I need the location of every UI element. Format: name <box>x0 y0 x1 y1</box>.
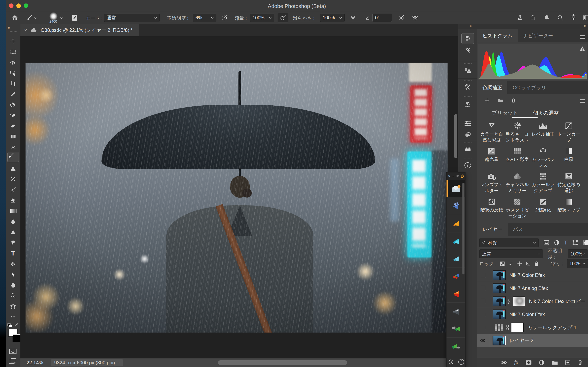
adjustment-photo-filter[interactable]: レンズフィ ルター <box>479 170 504 194</box>
dock-grip[interactable] <box>464 31 472 31</box>
tab-paths[interactable]: パス <box>508 223 528 236</box>
airbrush-toggle-icon[interactable] <box>278 13 288 22</box>
mode-select[interactable]: 通常 <box>104 14 160 22</box>
layer-row[interactable]: カラールックアップ 1 <box>477 321 588 334</box>
mask-link-icon[interactable] <box>506 324 509 331</box>
subtab-presets[interactable]: プリセット <box>492 109 518 116</box>
adjustment-color-balance[interactable]: カラーバラ ンス <box>530 145 556 169</box>
layer-thumbnail[interactable] <box>493 296 506 306</box>
color-lookup-layer-icon[interactable] <box>494 323 504 332</box>
adjustment-channel-mixer[interactable]: チャンネル ミキサー <box>504 170 530 194</box>
home-icon[interactable] <box>11 14 18 21</box>
patch-tool[interactable] <box>9 122 17 131</box>
nik-close-icon[interactable]: × <box>448 174 450 178</box>
filter-type-layers-icon[interactable]: T <box>564 240 568 246</box>
notifications-bell-icon[interactable] <box>544 15 550 21</box>
toggle-brush-settings-icon[interactable] <box>71 14 78 21</box>
layer-name[interactable]: Nik 7 Analog Efex <box>509 285 548 291</box>
brush-preset-picker[interactable] <box>49 12 58 20</box>
nik-help-icon[interactable]: ? <box>458 359 464 365</box>
visibility-toggle[interactable] <box>477 308 489 321</box>
subtab-individual[interactable]: 個々の調整 <box>533 109 559 116</box>
sharpen-tool[interactable] <box>9 227 17 236</box>
brush-tool-icon[interactable] <box>26 15 33 21</box>
visibility-toggle[interactable] <box>477 334 489 347</box>
remove-tool[interactable] <box>9 100 17 109</box>
nik-item-sharpener-raw[interactable] <box>447 320 465 338</box>
adjustment-black-white[interactable]: 白黒 <box>556 145 582 169</box>
clone-source-panel-icon[interactable] <box>458 66 477 75</box>
edit-toolbar-ellipsis-icon[interactable] <box>9 312 17 321</box>
opacity-input[interactable]: 6% <box>193 14 216 22</box>
adjustment-selective-color[interactable]: 特定色域の 選択 <box>556 170 582 194</box>
layer-row-selected[interactable]: レイヤー 2 <box>477 334 588 347</box>
lock-all-icon[interactable] <box>534 261 539 266</box>
lock-position-icon[interactable] <box>517 261 522 266</box>
filter-shape-layers-icon[interactable] <box>572 240 578 245</box>
lock-transparency-icon[interactable] <box>500 261 505 266</box>
expand-panels-icon[interactable]: » <box>584 24 586 28</box>
channels-panel-icon[interactable] <box>458 129 477 140</box>
layer-row[interactable]: Nik 7 Analog Efex <box>477 282 588 295</box>
adjustment-color-lookup[interactable]: カラールッ クアップ <box>530 170 556 194</box>
layer-effects-fx-icon[interactable]: fx <box>514 359 518 366</box>
close-document-icon[interactable]: × <box>24 27 27 33</box>
nik-item-sharpener-output[interactable] <box>447 338 465 355</box>
document-tab[interactable]: × G88.psdc @ 22.1% (レイヤー 2, RGB/8) * <box>20 24 139 36</box>
flow-input[interactable]: 100% <box>250 14 274 22</box>
pen-tool[interactable] <box>9 259 17 268</box>
adjustment-vibrance[interactable]: カラーと自 然な彩度 <box>479 119 504 143</box>
collapse-dock-icon[interactable]: « <box>470 24 472 28</box>
tab-histogram[interactable]: ヒストグラム <box>477 29 518 42</box>
nik-settings-grid-icon[interactable] <box>457 175 459 178</box>
blur-tool[interactable] <box>9 217 17 226</box>
canvas-horizontal-scrollbar[interactable] <box>218 360 347 365</box>
workspace-switcher-icon[interactable] <box>583 15 588 21</box>
history-brush-tool[interactable] <box>9 175 17 184</box>
info-panel-icon[interactable] <box>458 160 477 170</box>
content-aware-move-tool[interactable] <box>9 143 17 152</box>
layer-name[interactable]: レイヤー 2 <box>509 337 534 344</box>
layer-mask-thumbnail[interactable] <box>513 296 525 306</box>
adjustment-hue-saturation[interactable]: 色相・彩度 <box>504 145 530 169</box>
adjustment-brightness-contrast[interactable]: 明るさ・コ ントラスト <box>504 119 530 143</box>
nik-item-silver-efex[interactable] <box>447 303 465 320</box>
layer-filter-select[interactable]: 種類 <box>479 238 539 247</box>
layer-opacity-input[interactable]: 100% <box>568 249 588 258</box>
nik-scrollbar[interactable] <box>462 183 465 275</box>
layer-thumbnail[interactable] <box>493 270 506 280</box>
delete-layer-trash-icon[interactable] <box>578 360 583 365</box>
adjustment-invert[interactable]: 階調の反転 <box>479 195 504 219</box>
mask-link-icon[interactable] <box>507 298 511 304</box>
nik-settings-gear-icon[interactable] <box>448 359 454 365</box>
new-layer-icon[interactable] <box>565 360 571 365</box>
path-select-tool[interactable] <box>9 270 17 279</box>
canvas-vertical-scrollbar[interactable] <box>454 114 457 158</box>
nik-panel-header[interactable]: × − <box>447 173 465 180</box>
tool-options-panel-icon[interactable] <box>458 83 477 92</box>
status-chevron-icon[interactable]: › <box>118 360 120 366</box>
lock-pixels-icon[interactable] <box>509 261 513 266</box>
mixer-brush-tool[interactable] <box>9 185 17 194</box>
default-colors-icon[interactable] <box>7 323 13 328</box>
selection-brush-tool[interactable] <box>9 58 17 67</box>
tab-layers[interactable]: レイヤー <box>477 223 508 236</box>
symmetry-butterfly-icon[interactable] <box>412 14 419 21</box>
visibility-toggle[interactable] <box>477 269 489 282</box>
search-icon[interactable] <box>557 15 563 21</box>
move-tool[interactable] <box>9 37 17 46</box>
lock-artboard-icon[interactable] <box>526 261 531 266</box>
beta-feedback-flask-icon[interactable] <box>517 15 523 21</box>
discover-lightbulb-icon[interactable] <box>570 14 577 21</box>
shapes-star-tool[interactable] <box>9 302 17 311</box>
nik-item-viveza[interactable] <box>447 285 465 303</box>
angle-input[interactable]: 0° <box>372 14 392 22</box>
visibility-toggle[interactable] <box>477 295 489 308</box>
document-image[interactable]: 被写体を選択 背景を削除 カラーを調整 <box>26 63 448 333</box>
zoom-level[interactable]: 22.14% <box>26 360 43 366</box>
marquee-tool[interactable] <box>9 47 17 56</box>
layer-thumbnail[interactable] <box>493 284 506 293</box>
brush-tool-selected[interactable] <box>7 152 19 162</box>
adjustment-curves[interactable]: トーンカー ブ <box>556 119 582 143</box>
filter-adjustment-layers-icon[interactable] <box>554 240 559 245</box>
